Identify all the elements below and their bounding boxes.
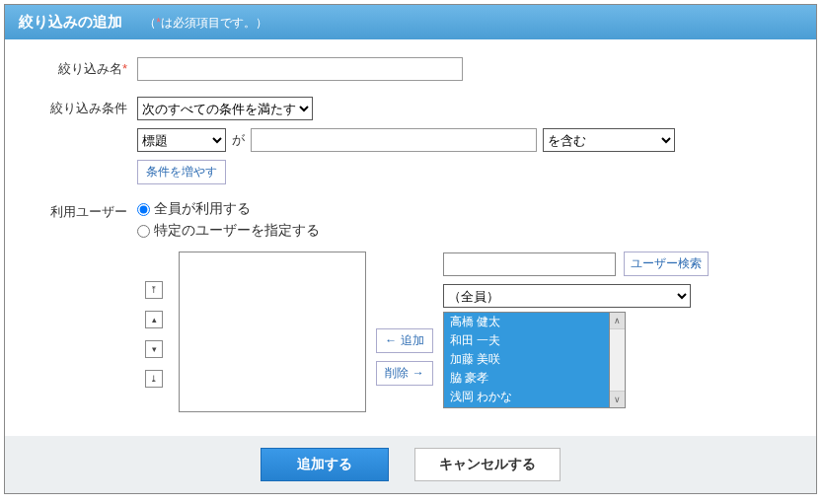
submit-button[interactable]: 追加する	[261, 448, 389, 481]
row-users: 利用ユーザー 全員が利用する 特定のユーザーを指定する ⤒ ▴	[31, 200, 790, 412]
selected-users-listbox[interactable]	[179, 252, 366, 412]
move-bottom-button[interactable]: ⤓	[145, 370, 163, 388]
radio-all-users-label[interactable]: 全員が利用する	[137, 200, 251, 216]
list-item[interactable]: 高橋 健太	[444, 313, 609, 331]
available-users-column: ユーザー検索 （全員） 高橋 健太 和田 一夫 加藤 美咲 脇 豪孝 浅岡 わ	[443, 252, 790, 408]
radio-all-users-line: 全員が利用する	[137, 200, 790, 218]
row-filter-cond: 絞り込み条件 次のすべての条件を満たす 標題 が を含む 条件を増やす	[31, 97, 790, 184]
required-note: （*は必須項目です。）	[144, 16, 267, 30]
add-user-button[interactable]: ← 追加	[376, 328, 433, 353]
row-filter-name: 絞り込み名*	[31, 57, 790, 81]
move-top-button[interactable]: ⤒	[145, 281, 163, 299]
list-item[interactable]: 池永 厚	[444, 406, 609, 408]
list-item[interactable]: 加藤 美咲	[444, 350, 609, 369]
label-filter-name: 絞り込み名*	[31, 57, 137, 81]
users-area: ⤒ ▴ ▾ ⤓ ← 追加 削除 → ユーザー検索	[137, 252, 790, 412]
available-users-wrap: 高橋 健太 和田 一夫 加藤 美咲 脇 豪孝 浅岡 わかな 池永 厚 ∧ ∨	[443, 312, 626, 408]
condition-line: 標題 が を含む	[137, 128, 790, 152]
condition-field-select[interactable]: 標題	[137, 128, 226, 152]
condition-value-input[interactable]	[251, 128, 537, 152]
search-line: ユーザー検索	[443, 252, 790, 276]
condition-op-text: が	[232, 131, 245, 149]
radio-specific-users-line: 特定のユーザーを指定する	[137, 222, 790, 240]
dialog-title: 絞り込みの追加	[19, 13, 122, 30]
dialog-header: 絞り込みの追加 （*は必須項目です。）	[5, 5, 816, 39]
radio-specific-users-label[interactable]: 特定のユーザーを指定する	[137, 222, 320, 238]
scroll-track[interactable]	[610, 329, 625, 391]
user-search-button[interactable]: ユーザー検索	[624, 252, 709, 276]
scroll-down-button[interactable]: ∨	[610, 391, 625, 407]
radio-all-users[interactable]	[137, 203, 150, 216]
move-up-button[interactable]: ▴	[145, 311, 163, 328]
reorder-column: ⤒ ▴ ▾ ⤓	[137, 281, 171, 388]
transfer-column: ← 追加 削除 →	[374, 328, 435, 386]
label-filter-cond: 絞り込み条件	[31, 97, 137, 184]
label-users: 利用ユーザー	[31, 200, 137, 412]
group-select[interactable]: （全員）	[443, 284, 691, 308]
form-body: 絞り込み名* 絞り込み条件 次のすべての条件を満たす 標題 が	[5, 39, 816, 412]
list-item[interactable]: 浅岡 わかな	[444, 388, 609, 406]
list-item[interactable]: 脇 豪孝	[444, 369, 609, 388]
scrollbar[interactable]: ∧ ∨	[609, 312, 626, 408]
condition-suffix-select[interactable]: を含む	[543, 128, 675, 152]
match-type-select[interactable]: 次のすべての条件を満たす	[137, 97, 313, 120]
dialog-container: 絞り込みの追加 （*は必須項目です。） 絞り込み名* 絞り込み条件 次のすべての…	[4, 4, 817, 494]
dialog-footer: 追加する キャンセルする	[5, 436, 816, 493]
radio-specific-users[interactable]	[137, 225, 150, 238]
scroll-up-button[interactable]: ∧	[610, 313, 625, 329]
cancel-button[interactable]: キャンセルする	[414, 448, 561, 481]
filter-name-input[interactable]	[137, 57, 463, 81]
available-users-list[interactable]: 高橋 健太 和田 一夫 加藤 美咲 脇 豪孝 浅岡 わかな 池永 厚	[443, 312, 609, 408]
user-search-input[interactable]	[443, 252, 616, 276]
add-condition-button[interactable]: 条件を増やす	[137, 160, 226, 184]
list-item[interactable]: 和田 一夫	[444, 331, 609, 350]
remove-user-button[interactable]: 削除 →	[376, 361, 433, 386]
move-down-button[interactable]: ▾	[145, 340, 163, 358]
